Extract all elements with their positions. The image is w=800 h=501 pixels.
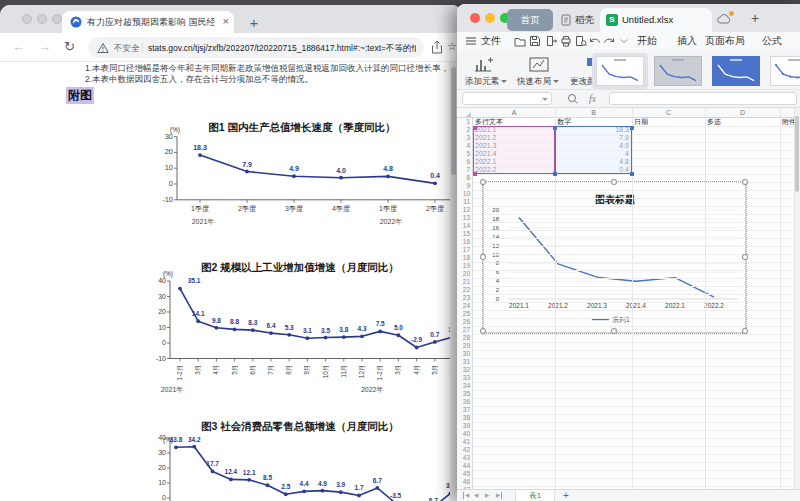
- row-header-14[interactable]: 14: [457, 222, 470, 230]
- row-header-3[interactable]: 3: [457, 134, 470, 142]
- tab-document[interactable]: S Untitled.xlsx: [600, 8, 712, 32]
- row-header-5[interactable]: 5: [457, 150, 470, 158]
- last-sheet-icon[interactable]: ▶: [496, 492, 502, 499]
- menu-file[interactable]: 文件: [481, 35, 501, 47]
- column-header-D[interactable]: D: [705, 108, 780, 118]
- row-header-1[interactable]: 1: [457, 118, 470, 126]
- row-header-20[interactable]: 20: [457, 270, 470, 278]
- row-header-15[interactable]: 15: [457, 230, 470, 238]
- row-header-2[interactable]: 2: [457, 126, 470, 134]
- row-header-10[interactable]: 10: [457, 190, 470, 198]
- redo-icon[interactable]: [603, 35, 615, 47]
- chart-style-thumb-4[interactable]: [770, 56, 800, 86]
- formula-input[interactable]: [609, 92, 797, 105]
- row-header-18[interactable]: 18: [457, 254, 470, 262]
- forward-icon[interactable]: →: [38, 39, 51, 55]
- sheet-vscrollbar-thumb[interactable]: [795, 116, 799, 192]
- cell-header-多选[interactable]: 多选: [707, 118, 778, 126]
- row-header-13[interactable]: 13: [457, 214, 470, 222]
- row-header-31[interactable]: 31: [457, 358, 470, 366]
- name-box[interactable]: [462, 92, 552, 105]
- range-handle[interactable]: [553, 172, 557, 176]
- menu-start[interactable]: 开始: [637, 35, 657, 47]
- cell-header-日期[interactable]: 日期: [634, 118, 703, 126]
- row-header-26[interactable]: 26: [457, 318, 470, 326]
- row-header-41[interactable]: 41: [457, 438, 470, 446]
- row-header-29[interactable]: 29: [457, 342, 470, 350]
- chart-resize-handle[interactable]: [611, 179, 617, 185]
- menu-formulas[interactable]: 公式: [762, 35, 782, 47]
- row-header-7[interactable]: 7: [457, 166, 470, 174]
- row-header-12[interactable]: 12: [457, 206, 470, 214]
- cell-header-多行文本[interactable]: 多行文本: [475, 118, 553, 126]
- row-header-23[interactable]: 23: [457, 294, 470, 302]
- menu-page-layout[interactable]: 页面布局: [705, 35, 745, 47]
- row-header-40[interactable]: 40: [457, 430, 470, 438]
- open-icon[interactable]: [514, 35, 526, 47]
- chart-category-range[interactable]: [473, 126, 555, 174]
- row-header-22[interactable]: 22: [457, 286, 470, 294]
- close-light[interactable]: [470, 13, 480, 23]
- close-button[interactable]: [22, 14, 32, 24]
- print-icon[interactable]: [560, 35, 572, 47]
- row-header-44[interactable]: 44: [457, 462, 470, 470]
- row-header-46[interactable]: 46: [457, 478, 470, 486]
- minimize-button[interactable]: [37, 14, 47, 24]
- quick-layout-button[interactable]: 快速布局: [512, 76, 564, 88]
- chart-resize-handle[interactable]: [611, 328, 617, 334]
- range-handle[interactable]: [630, 172, 634, 176]
- tab-home[interactable]: 首页: [507, 9, 553, 31]
- wps-new-tab-button[interactable]: +: [746, 7, 764, 29]
- column-header-B[interactable]: B: [555, 108, 632, 118]
- add-sheet-icon[interactable]: +: [563, 490, 569, 501]
- chart-style-thumb-3[interactable]: [712, 56, 760, 86]
- export-icon[interactable]: [545, 35, 557, 47]
- row-header-42[interactable]: 42: [457, 446, 470, 454]
- hamburger-icon[interactable]: [465, 35, 477, 47]
- row-header-33[interactable]: 33: [457, 374, 470, 382]
- row-header-32[interactable]: 32: [457, 366, 470, 374]
- sheet-tab[interactable]: 表1: [515, 490, 555, 501]
- select-all-corner[interactable]: [466, 112, 471, 117]
- next-sheet-icon[interactable]: ▶: [485, 492, 489, 499]
- chart-resize-handle[interactable]: [480, 328, 486, 334]
- menu-insert[interactable]: 插入: [677, 35, 697, 47]
- row-header-45[interactable]: 45: [457, 470, 470, 478]
- range-handle[interactable]: [553, 126, 557, 130]
- range-handle[interactable]: [473, 172, 477, 176]
- more-icon[interactable]: [618, 35, 630, 47]
- zoom-icon[interactable]: [567, 93, 579, 105]
- add-element-button[interactable]: 添加元素: [460, 76, 512, 88]
- tab-close-icon[interactable]: ×: [223, 15, 229, 27]
- address-bar[interactable]: 不安全 stats.gov.cn/tjsj/zxfb/202207/t20220…: [88, 37, 424, 58]
- undo-icon[interactable]: [589, 35, 601, 47]
- chart-resize-handle[interactable]: [480, 254, 486, 260]
- row-header-9[interactable]: 9: [457, 182, 470, 190]
- row-header-19[interactable]: 19: [457, 262, 470, 270]
- row-header-6[interactable]: 6: [457, 158, 470, 166]
- row-header-17[interactable]: 17: [457, 246, 470, 254]
- row-header-16[interactable]: 16: [457, 238, 470, 246]
- save-icon[interactable]: [529, 35, 541, 47]
- browser-scrollbar-thumb[interactable]: [451, 67, 456, 175]
- quick-layout-icon[interactable]: [529, 56, 549, 74]
- range-handle[interactable]: [473, 126, 477, 130]
- reload-icon[interactable]: ↻: [64, 39, 75, 55]
- row-header-35[interactable]: 35: [457, 390, 470, 398]
- print-preview-icon[interactable]: [575, 35, 587, 47]
- row-header-37[interactable]: 37: [457, 406, 470, 414]
- row-header-25[interactable]: 25: [457, 310, 470, 318]
- star-icon[interactable]: ☆: [447, 40, 457, 53]
- share-icon[interactable]: [431, 40, 443, 55]
- row-header-30[interactable]: 30: [457, 350, 470, 358]
- row-header-24[interactable]: 24: [457, 302, 470, 310]
- row-header-39[interactable]: 39: [457, 422, 470, 430]
- row-header-8[interactable]: 8: [457, 174, 470, 182]
- row-header-27[interactable]: 27: [457, 326, 470, 334]
- column-header-A[interactable]: A: [473, 108, 555, 118]
- prev-sheet-icon[interactable]: ◀: [474, 492, 478, 499]
- row-header-11[interactable]: 11: [457, 198, 470, 206]
- tab-docer[interactable]: 稻壳: [558, 9, 602, 31]
- chart-style-thumb-1[interactable]: [596, 56, 644, 86]
- cell-header-数字[interactable]: 数字: [557, 118, 630, 126]
